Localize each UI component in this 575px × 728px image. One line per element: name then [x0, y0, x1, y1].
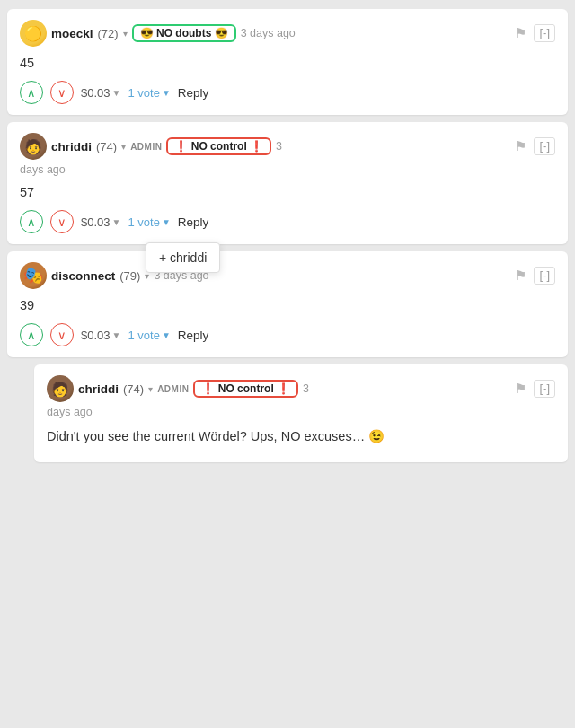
- vote-count-value: 1 vote: [128, 329, 159, 342]
- flag-icon[interactable]: ⚑: [515, 381, 526, 397]
- downvote-button[interactable]: ∨: [50, 81, 74, 104]
- comment-card: 🎭 disconnect (79) ▾ 3 days ago ⚑ [-] 39 …: [7, 251, 568, 357]
- avatar: 🧑: [20, 133, 47, 160]
- vote-count[interactable]: 1 vote ▼: [128, 86, 170, 100]
- header-actions: ⚑ [-]: [515, 267, 555, 285]
- comments-list: 🟡 moecki (72) ▾ 😎 NO doubts 😎 3 days ago…: [0, 0, 575, 471]
- tag-badge[interactable]: ❗ NO control ❗: [166, 137, 271, 155]
- popup-text[interactable]: + chriddi: [159, 250, 207, 265]
- time-ago: 3 days ago: [241, 27, 296, 39]
- collapse-button[interactable]: [-]: [534, 24, 555, 42]
- flag-icon[interactable]: ⚑: [515, 268, 526, 284]
- avatar: 🧑: [47, 375, 74, 402]
- comment-header: 🧑 chriddi (74) ▾ ADMIN ❗ NO control ❗ 3 …: [47, 375, 555, 402]
- vote-row: ∧ ∨ $0.03 ▼ 1 vote ▼ Reply: [20, 81, 555, 104]
- user-dropdown-arrow[interactable]: ▾: [123, 29, 128, 39]
- vote-count[interactable]: 1 vote ▼: [128, 215, 170, 229]
- vote-count-value: 1 vote: [128, 86, 159, 100]
- tag-badge[interactable]: ❗ NO control ❗: [193, 380, 298, 398]
- vote-count-arrow-icon[interactable]: ▼: [162, 330, 171, 340]
- username[interactable]: chriddi: [51, 140, 92, 153]
- comment-header: 🧑 chriddi (74) ▾ ADMIN ❗ NO control ❗ 3 …: [20, 133, 555, 160]
- nested-comment-card: 🧑 chriddi (74) ▾ ADMIN ❗ NO control ❗ 3 …: [34, 364, 568, 462]
- username[interactable]: moecki: [51, 27, 93, 40]
- comment-body: 39: [20, 293, 555, 320]
- vote-popup: + chriddi: [146, 242, 220, 273]
- down-arrow-icon: ∨: [58, 215, 66, 229]
- comment-header: 🟡 moecki (72) ▾ 😎 NO doubts 😎 3 days ago…: [20, 20, 555, 47]
- reply-button[interactable]: Reply: [178, 86, 209, 100]
- payout-arrow-icon[interactable]: ▼: [112, 88, 121, 98]
- up-arrow-icon: ∧: [27, 329, 36, 342]
- payout-value: $0.03: [81, 86, 111, 100]
- up-arrow-icon: ∧: [27, 86, 36, 100]
- user-dropdown-arrow[interactable]: ▾: [148, 384, 153, 394]
- upvote-button[interactable]: ∧: [20, 323, 43, 346]
- reply-button[interactable]: Reply: [178, 329, 209, 342]
- vote-count[interactable]: 1 vote ▼: [128, 329, 170, 342]
- vote-count-arrow-icon[interactable]: ▼: [162, 217, 171, 227]
- reply-button[interactable]: Reply: [178, 215, 209, 229]
- user-rep: (79): [119, 269, 140, 283]
- payout-arrow-icon[interactable]: ▼: [112, 330, 121, 340]
- time-ago: 3: [276, 140, 282, 153]
- flag-icon[interactable]: ⚑: [515, 138, 526, 154]
- user-rep: (72): [98, 27, 119, 40]
- flag-icon[interactable]: ⚑: [515, 25, 526, 41]
- user-rep: (74): [123, 382, 144, 396]
- vote-row: ∧ ∨ $0.03 ▼ 1 vote ▼ Reply + chriddi: [20, 210, 555, 233]
- username[interactable]: chriddi: [78, 382, 119, 396]
- tag-badge[interactable]: 😎 NO doubts 😎: [132, 24, 236, 42]
- down-arrow-icon: ∨: [58, 329, 66, 342]
- payout: $0.03 ▼: [81, 215, 120, 229]
- collapse-button[interactable]: [-]: [534, 267, 555, 285]
- avatar: 🟡: [20, 20, 47, 47]
- payout-arrow-icon[interactable]: ▼: [112, 217, 121, 227]
- vote-count-value: 1 vote: [128, 215, 159, 229]
- downvote-button[interactable]: ∨: [50, 323, 74, 346]
- comment-header: 🎭 disconnect (79) ▾ 3 days ago ⚑ [-]: [20, 262, 555, 289]
- comment-card: 🟡 moecki (72) ▾ 😎 NO doubts 😎 3 days ago…: [7, 9, 568, 115]
- down-arrow-icon: ∨: [58, 86, 66, 100]
- vote-count-arrow-icon[interactable]: ▼: [162, 88, 171, 98]
- upvote-button[interactable]: ∧: [20, 210, 43, 233]
- header-actions: ⚑ [-]: [515, 380, 555, 398]
- avatar: 🎭: [20, 262, 47, 289]
- comment-body: 45: [20, 50, 555, 77]
- collapse-button[interactable]: [-]: [534, 137, 555, 155]
- downvote-button[interactable]: ∨: [50, 210, 74, 233]
- up-arrow-icon: ∧: [27, 215, 36, 229]
- admin-badge: ADMIN: [157, 384, 189, 394]
- upvote-button[interactable]: ∧: [20, 81, 43, 104]
- payout-value: $0.03: [81, 215, 111, 229]
- collapse-button[interactable]: [-]: [534, 380, 555, 398]
- header-actions: ⚑ [-]: [515, 137, 555, 155]
- time-line: days ago: [47, 406, 555, 418]
- payout: $0.03 ▼: [81, 329, 120, 342]
- comment-card: 🧑 chriddi (74) ▾ ADMIN ❗ NO control ❗ 3 …: [7, 122, 568, 244]
- payout-value: $0.03: [81, 329, 111, 342]
- user-rep: (74): [96, 140, 117, 153]
- comment-body: Didn't you see the current Wördel? Ups, …: [47, 424, 555, 452]
- user-dropdown-arrow[interactable]: ▾: [121, 142, 126, 152]
- vote-row: ∧ ∨ $0.03 ▼ 1 vote ▼ Reply: [20, 323, 555, 346]
- comment-body: 57: [20, 180, 555, 206]
- header-actions: ⚑ [-]: [515, 24, 555, 42]
- payout: $0.03 ▼: [81, 86, 120, 100]
- username[interactable]: disconnect: [51, 269, 115, 283]
- time-line: days ago: [20, 163, 555, 176]
- admin-badge: ADMIN: [130, 142, 162, 152]
- time-count: 3: [303, 382, 309, 395]
